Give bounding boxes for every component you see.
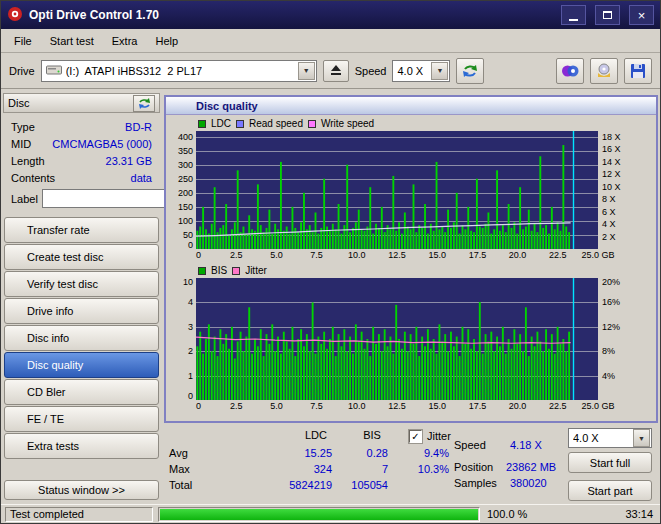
drive-select-value: (I:) ATAPI iHBS312 2 PL17 [66, 65, 203, 77]
axis-tick-label: 22.5 [549, 401, 567, 411]
menu-file[interactable]: File [5, 31, 41, 51]
axis-tick-label: 22.5 [549, 250, 567, 260]
progress-bar [158, 507, 480, 522]
avg-bis-value: 0.28 [338, 447, 388, 461]
axis-tick-label: 2.5 [230, 401, 243, 411]
axis-tick-label: 150 [178, 202, 193, 212]
sidebar-item-drive-info[interactable]: Drive info [4, 298, 159, 324]
eject-button[interactable] [323, 60, 349, 82]
axis-tick-label: 20.0 [509, 250, 527, 260]
axis-tick-label: 14 X [602, 157, 621, 167]
close-button[interactable]: × [629, 5, 654, 25]
axis-tick-label: 17.5 [469, 250, 487, 260]
save-button[interactable] [624, 58, 652, 84]
sidebar-item-transfer-rate[interactable]: Transfer rate [4, 217, 159, 243]
axis-tick-label: 15.0 [428, 250, 446, 260]
sidebar-item-verify-test-disc[interactable]: Verify test disc [4, 271, 159, 297]
refresh-icon [462, 64, 478, 78]
axis-tick-label: 3 [188, 322, 193, 332]
axis-tick-label: 17.5 [469, 401, 487, 411]
axis-tick-label: 4 [188, 297, 193, 307]
axis-tick-label: 7.5 [310, 401, 323, 411]
drive-select[interactable]: (I:) ATAPI iHBS312 2 PL17 ▼ [41, 60, 317, 82]
axis-tick-label: 2 X [602, 232, 616, 242]
disc-info: Type BD-R MID CMCMAGBA5 (000) Length 23.… [3, 113, 160, 210]
info-value: 23.31 GB [106, 155, 152, 167]
axis-tick-label: 200 [178, 188, 193, 198]
chevron-down-icon: ▼ [298, 62, 315, 80]
disc-quality-panel: Disc quality LDC Read speed Write speed … [164, 95, 658, 423]
stats-area: LDC BIS ✓ Jitter Avg 15.25 0.28 9.4% Max… [162, 427, 659, 506]
disc-compare-button[interactable] [556, 58, 584, 84]
position-stat-value: 23862 MB [506, 461, 556, 475]
info-label: Length [11, 155, 45, 167]
axis-tick-label: 25.0 GB [581, 250, 614, 260]
write-speed-legend-label: Write speed [321, 118, 374, 129]
axis-tick-label: 2 [188, 346, 193, 356]
axis-tick-label: 5.0 [270, 250, 283, 260]
jitter-legend-swatch [232, 267, 240, 275]
menu-help[interactable]: Help [146, 31, 187, 51]
start-part-button[interactable]: Start part [568, 480, 652, 501]
bis-column-header: BIS [342, 429, 402, 443]
axis-tick-label: 50 [183, 230, 193, 240]
maximize-button[interactable] [595, 5, 620, 25]
label-row: Label [11, 189, 152, 208]
ldc-legend-swatch [198, 120, 206, 128]
axis-tick-label: 6 X [602, 207, 616, 217]
avg-ldc-value: 15.25 [252, 447, 332, 461]
window-title: Opti Drive Control 1.70 [29, 8, 552, 22]
disc-panel-header: Disc [3, 93, 160, 113]
ldc-column-header: LDC [286, 429, 346, 443]
top-chart-row: 400350300250200150100500 18 X16 X14 X12 … [166, 131, 656, 249]
minimize-button[interactable] [561, 5, 586, 25]
axis-tick-label: 5.0 [270, 401, 283, 411]
status-window-button[interactable]: Status window >> [4, 480, 159, 500]
axis-tick-label: 0 [188, 240, 193, 250]
speed-select[interactable]: 4.0 X ▼ [392, 60, 450, 82]
axis-tick-label: 10.0 [348, 250, 366, 260]
menubar: File Start test Extra Help [1, 29, 660, 53]
avg-jitter-value: 9.4% [389, 447, 449, 461]
jitter-checkbox[interactable]: ✓ [409, 430, 422, 443]
main-content: Disc quality LDC Read speed Write speed … [162, 89, 660, 506]
status-message: Test completed [5, 507, 153, 522]
axis-tick-label: 100 [178, 216, 193, 226]
write-speed-legend-swatch [308, 120, 316, 128]
sidebar-item-disc-info[interactable]: Disc info [4, 325, 159, 351]
bottom-chart-row: 1043210 20%16%12%8%4% [166, 278, 656, 400]
axis-tick-label: 12.5 [388, 250, 406, 260]
disc-burn-button[interactable] [590, 58, 618, 84]
menu-start-test[interactable]: Start test [41, 31, 103, 51]
axis-tick-label: 12.5 [388, 401, 406, 411]
sidebar-item-fe-te[interactable]: FE / TE [4, 406, 159, 432]
sidebar-item-create-test-disc[interactable]: Create test disc [4, 244, 159, 270]
axis-tick-label: 8% [602, 346, 615, 356]
sidebar-item-cd-bler[interactable]: CD Bler [4, 379, 159, 405]
drive-label: Drive [9, 65, 35, 77]
info-label: Type [11, 121, 35, 133]
read-speed-legend-swatch [236, 120, 244, 128]
axis-tick-label: 400 [178, 132, 193, 142]
toolbar: Drive (I:) ATAPI iHBS312 2 PL17 ▼ Speed … [1, 53, 660, 89]
sidebar-item-extra-tests[interactable]: Extra tests [4, 433, 159, 459]
total-ldc-value: 5824219 [252, 479, 332, 493]
axis-tick-label: 350 [178, 146, 193, 156]
axis-tick-label: 15.0 [428, 401, 446, 411]
minimize-icon [569, 19, 578, 21]
write-speed-select[interactable]: 4.0 X ▼ [568, 428, 652, 448]
axis-tick-label: 1 [188, 371, 193, 381]
disc-refresh-button[interactable] [133, 95, 155, 112]
start-full-button[interactable]: Start full [568, 452, 652, 473]
menu-extra[interactable]: Extra [103, 31, 147, 51]
disc-info-row-type: Type BD-R [11, 118, 152, 135]
sidebar-item-disc-quality[interactable]: Disc quality [4, 352, 159, 378]
speed-stat-value: 4.18 X [510, 439, 542, 453]
axis-tick-label: 0 [196, 401, 201, 411]
disc-panel-title: Disc [8, 97, 29, 109]
refresh-button[interactable] [456, 58, 484, 84]
progress-fill [160, 509, 478, 520]
axis-tick-label: 4% [602, 371, 615, 381]
samples-stat-label: Samples [454, 477, 497, 491]
bottom-chart-legend: BIS Jitter [198, 264, 656, 277]
